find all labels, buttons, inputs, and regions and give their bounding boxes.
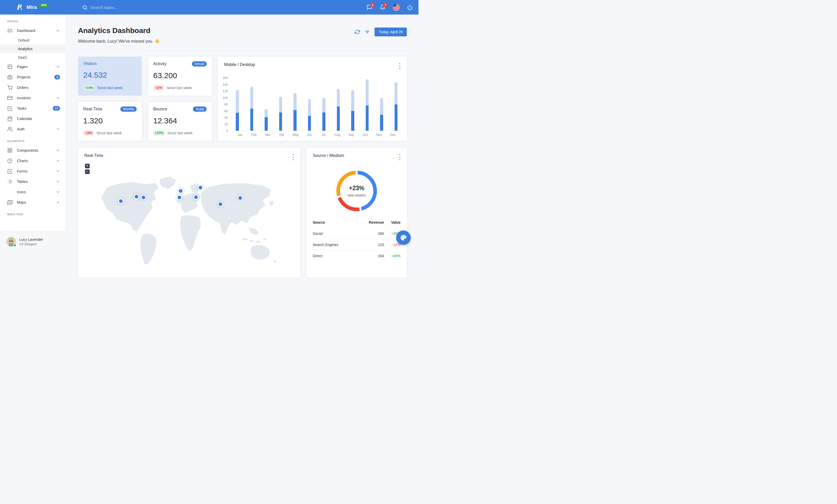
shopping-cart-icon xyxy=(7,85,13,90)
chart-menu-button[interactable]: ••• xyxy=(399,62,400,70)
chevron-down-icon xyxy=(56,65,60,69)
chevron-up-icon xyxy=(56,29,60,33)
theme-settings-button[interactable] xyxy=(396,230,411,245)
check-square-icon xyxy=(7,106,13,111)
cell-revenue: 164 xyxy=(357,250,384,252)
brand[interactable]: Mira PRO xyxy=(16,4,48,11)
list-icon xyxy=(7,179,13,184)
sidebar-item-calendar[interactable]: Calendar xyxy=(0,114,66,124)
credit-card-icon xyxy=(7,95,13,100)
map-zoom-in-button[interactable]: + xyxy=(85,164,90,168)
world-map: + − xyxy=(78,159,300,252)
palette-icon xyxy=(400,234,407,241)
source-menu-button[interactable]: ••• xyxy=(399,153,400,161)
today-date-button[interactable]: Today: April 29 xyxy=(375,27,407,36)
bar-may xyxy=(293,78,297,131)
map-marker-chicago xyxy=(135,195,138,199)
power-icon xyxy=(407,4,413,10)
grid-icon xyxy=(7,148,13,153)
y-axis-tick: 0 xyxy=(226,129,228,133)
sidebar-item-charts[interactable]: Charts xyxy=(0,156,66,166)
bar-jul xyxy=(322,78,325,131)
sidebar-badge: 8 xyxy=(54,75,60,79)
map-marker-london xyxy=(179,189,182,193)
bar-jan xyxy=(236,78,239,131)
header-divider xyxy=(78,50,407,51)
brand-name: Mira xyxy=(26,4,37,10)
chevron-down-icon xyxy=(56,96,60,100)
y-axis-tick: 40 xyxy=(224,116,228,119)
sidebar-item-tasks[interactable]: Tasks17 xyxy=(0,103,66,114)
bar-chart: 020406080100120140160 xyxy=(230,78,399,131)
map-zoom-out-button[interactable]: − xyxy=(85,169,90,174)
sidebar-item-orders[interactable]: Orders xyxy=(0,82,66,93)
cell-source: Direct xyxy=(313,250,357,252)
filter-icon xyxy=(365,29,370,35)
chart-title: Mobile / Desktop xyxy=(224,62,255,67)
chevron-down-icon xyxy=(56,190,60,194)
x-axis-label: May xyxy=(291,133,300,137)
cell-value: +46% xyxy=(384,250,400,252)
y-axis-tick: 60 xyxy=(224,109,228,113)
x-axis-label: Mar xyxy=(263,133,272,137)
chevron-down-icon xyxy=(56,148,60,152)
cell-source: Social xyxy=(313,228,357,239)
pro-badge: PRO xyxy=(39,3,48,7)
map-marker-san-francisco xyxy=(119,199,123,203)
sidebar-item-projects[interactable]: Projects8 xyxy=(0,72,66,82)
navbar-search xyxy=(82,5,148,10)
sidebar-subitem-saas[interactable]: SaaS xyxy=(0,53,66,61)
search-input[interactable] xyxy=(91,5,148,10)
col-revenue: Revenue xyxy=(357,219,384,228)
welcome-message: Welcome back, Lucy! We've missed you. 👋 xyxy=(78,39,160,44)
mira-logo-icon xyxy=(16,4,23,11)
sidebar-item-tables[interactable]: Tables xyxy=(0,176,66,187)
y-axis-tick: 20 xyxy=(224,123,228,126)
messages-button[interactable]: 3 xyxy=(367,4,373,10)
language-flag-us[interactable] xyxy=(393,4,400,11)
top-navbar: Mira PRO 3 7 xyxy=(0,0,418,15)
stat-caption: Since last week xyxy=(167,86,192,90)
refresh-button[interactable] xyxy=(355,29,360,35)
sidebar-item-maps[interactable]: Maps xyxy=(0,197,66,208)
map-marker-new-york xyxy=(142,195,145,199)
chevron-down-icon xyxy=(56,169,60,173)
sidebar-item-components[interactable]: Components xyxy=(0,145,66,156)
stat-title: Real-Time xyxy=(83,107,102,111)
stat-title: Visitors xyxy=(83,61,97,66)
filter-button[interactable] xyxy=(365,29,370,35)
map-marker-moscow xyxy=(199,186,202,189)
cell-source: Search Engines xyxy=(313,239,357,250)
pie-chart-icon xyxy=(7,158,13,163)
y-axis-tick: 120 xyxy=(222,89,228,93)
search-icon xyxy=(82,5,88,10)
stat-value: 63.200 xyxy=(153,71,207,80)
bar-aug xyxy=(337,78,340,131)
x-axis-label: Apr xyxy=(277,133,286,137)
logout-button[interactable] xyxy=(407,4,413,10)
chevron-down-icon xyxy=(56,190,60,194)
sidebar-item-auth[interactable]: Auth xyxy=(0,124,66,134)
chevron-down-icon xyxy=(56,148,60,152)
stat-period-badge: Yearly xyxy=(193,107,207,112)
sidebar-subitem-analytics[interactable]: Analytics xyxy=(0,44,66,53)
sidebar-item-invoices[interactable]: Invoices xyxy=(0,93,66,103)
sidebar-user-footer[interactable]: Lucy Lavender UX Designer xyxy=(0,231,66,252)
stat-value: 1.320 xyxy=(83,116,137,125)
sidebar-subitem-default[interactable]: Default xyxy=(0,36,66,44)
briefcase-icon xyxy=(7,75,13,80)
map-marker-istanbul xyxy=(194,195,198,199)
page-title: Analytics Dashboard xyxy=(78,26,160,35)
sidebar-item-forms[interactable]: Forms xyxy=(0,166,66,176)
map-card-title: Real-Time xyxy=(84,153,103,158)
y-axis-tick: 80 xyxy=(224,102,228,106)
stat-delta-chip: -18% xyxy=(83,130,94,136)
sidebar-item-icons[interactable]: undefinedIcons xyxy=(0,187,66,197)
sidebar-section-label: ELEMENTS xyxy=(0,134,66,145)
sidebar-item-dashboard[interactable]: Dashboard xyxy=(0,25,66,36)
sidebar-item-pages[interactable]: Pages xyxy=(0,61,66,72)
bar-chart-month-labels: JanFebMarAprMayJunJulAugSepOctNovDec xyxy=(235,133,397,137)
stat-caption: Since last week xyxy=(97,86,122,90)
notifications-button[interactable]: 7 xyxy=(380,4,386,10)
map-marker-delhi xyxy=(219,202,222,206)
